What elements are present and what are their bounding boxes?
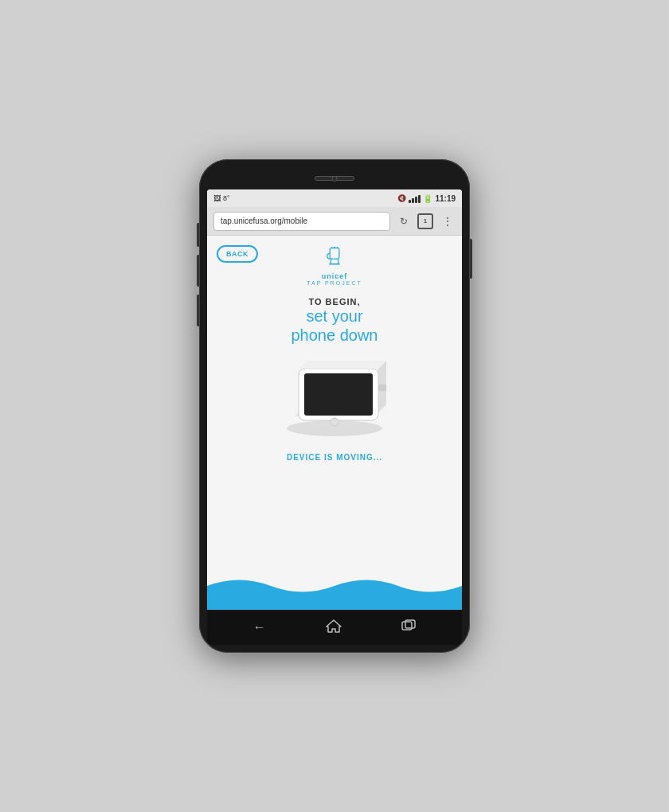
temperature-display: 8°: [223, 194, 230, 202]
status-left: 🖼 8°: [213, 194, 230, 202]
url-bar[interactable]: tap.unicefusa.org/mobile: [213, 212, 390, 231]
home-nav-button[interactable]: [326, 619, 342, 636]
front-camera: [332, 176, 338, 182]
power-button: [470, 239, 472, 279]
svg-point-11: [331, 418, 338, 426]
bar-1: [409, 200, 411, 203]
device-status-text: DEVICE IS MOVING...: [287, 453, 382, 462]
to-begin-text: TO BEGIN,: [291, 297, 378, 306]
back-arrow-icon: ←: [253, 620, 266, 634]
unicef-cup-icon: [323, 247, 346, 271]
bar-2: [412, 198, 414, 203]
volume-up-button: [197, 255, 199, 287]
bar-4: [418, 195, 421, 203]
bar-3: [415, 197, 417, 203]
recents-icon: [401, 619, 416, 632]
svg-rect-0: [330, 248, 339, 259]
back-label: BACK: [226, 250, 248, 258]
volume-down-button: [197, 295, 199, 326]
svg-marker-15: [327, 620, 341, 632]
status-right: 🔇 🔋 11:19: [397, 193, 456, 203]
tap-project-text: TAP PROJECT: [307, 280, 362, 286]
status-bar: 🖼 8° 🔇 🔋 11:19: [207, 189, 462, 207]
back-nav-button[interactable]: ←: [253, 620, 266, 634]
svg-line-1: [331, 259, 331, 264]
nav-bar: ←: [207, 610, 462, 645]
menu-button[interactable]: ⋮: [438, 213, 456, 230]
svg-point-6: [337, 247, 338, 248]
svg-rect-14: [378, 385, 386, 391]
silent-button: [197, 223, 199, 247]
battery-icon: 🔋: [423, 194, 432, 203]
browser-bar: tap.unicefusa.org/mobile ↻ 1 ⋮: [207, 207, 462, 236]
set-your-text: set your: [291, 306, 378, 326]
signal-bars: [409, 193, 421, 203]
phone-down-text: phone down: [291, 326, 378, 345]
water-wave: [207, 570, 462, 610]
mute-icon: 🔇: [397, 194, 406, 202]
svg-line-2: [338, 259, 338, 264]
phone-3d-svg: [271, 345, 398, 440]
url-text: tap.unicefusa.org/mobile: [221, 217, 307, 225]
phone-device: 🖼 8° 🔇 🔋 11:19 tap.unicefusa.org/mobile: [199, 159, 470, 653]
phone-illustration: [271, 345, 398, 440]
back-button[interactable]: BACK: [217, 245, 258, 263]
main-message: TO BEGIN, set your phone down: [291, 297, 378, 345]
svg-rect-10: [304, 373, 373, 416]
phone-screen: 🖼 8° 🔇 🔋 11:19 tap.unicefusa.org/mobile: [207, 189, 462, 645]
refresh-button[interactable]: ↻: [395, 213, 413, 230]
unicef-brand-text: unicef: [322, 272, 348, 280]
home-icon: [326, 619, 342, 633]
tab-count: 1: [424, 217, 427, 224]
time-display: 11:19: [435, 194, 456, 203]
web-content: BACK unicef TAP PROJECT: [207, 236, 462, 610]
svg-marker-13: [299, 361, 386, 369]
svg-point-5: [331, 247, 333, 248]
screenshot-icon: 🖼: [213, 194, 221, 202]
unicef-logo: unicef TAP PROJECT: [307, 247, 362, 286]
phone-top-bar: [207, 167, 462, 189]
tab-switcher[interactable]: 1: [417, 213, 433, 229]
recents-nav-button[interactable]: [401, 619, 416, 635]
